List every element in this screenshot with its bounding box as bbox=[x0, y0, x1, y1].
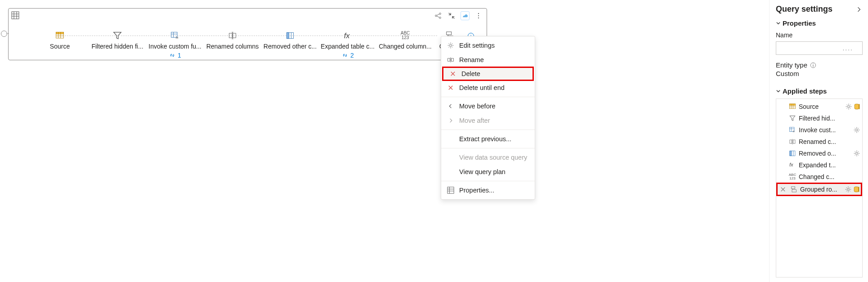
step-type-icon bbox=[789, 185, 798, 194]
ctx-label: Delete bbox=[461, 70, 480, 77]
step-source[interactable]: Source bbox=[31, 30, 89, 50]
share-icon[interactable] bbox=[434, 11, 443, 20]
close-icon bbox=[449, 71, 457, 77]
datasource-icon bbox=[54, 30, 65, 41]
properties-section-header[interactable]: Properties bbox=[776, 19, 863, 27]
ctx-move-before[interactable]: Move before bbox=[441, 99, 535, 113]
step-label: Invoke custom fu... bbox=[148, 43, 201, 50]
ctx-label: Move after bbox=[459, 117, 490, 124]
svg-rect-73 bbox=[792, 190, 796, 192]
svg-rect-0 bbox=[12, 12, 19, 19]
step-link[interactable]: 1 bbox=[169, 52, 181, 59]
diagram-start-node bbox=[1, 31, 7, 37]
svg-rect-50 bbox=[789, 104, 795, 105]
step-type-icon bbox=[788, 114, 797, 123]
ctx-properties[interactable]: Properties... bbox=[441, 183, 535, 197]
diagram-toolbar bbox=[434, 11, 483, 20]
applied-step-label: Filtered hid... bbox=[799, 115, 859, 122]
applied-step-label: Changed c... bbox=[799, 173, 859, 180]
applied-step-row[interactable]: Source bbox=[777, 101, 861, 112]
applied-step-label: Renamed c... bbox=[799, 138, 859, 145]
applied-step-label: Removed o... bbox=[799, 150, 851, 157]
ctx-separator bbox=[441, 148, 535, 148]
applied-step-row[interactable]: fxExpanded t... bbox=[777, 159, 861, 171]
ctx-delete[interactable]: Delete bbox=[442, 67, 534, 81]
svg-text:fx: fx bbox=[793, 130, 795, 133]
ctx-view-data-source-query: View data source query bbox=[441, 150, 535, 165]
applied-step-row[interactable]: ABC123Changed c... bbox=[777, 171, 861, 183]
svg-rect-63 bbox=[793, 140, 795, 143]
delete-step-icon[interactable] bbox=[779, 185, 787, 194]
svg-line-9 bbox=[437, 16, 439, 18]
step-link[interactable]: 2 bbox=[341, 52, 354, 59]
svg-point-61 bbox=[856, 129, 858, 131]
step-expanded[interactable]: fx Expanded table c... 2 bbox=[319, 30, 376, 59]
applied-step-row[interactable]: Removed o... bbox=[777, 148, 861, 159]
svg-rect-42 bbox=[447, 187, 454, 193]
ctx-delete-until-end[interactable]: Delete until end bbox=[441, 81, 535, 95]
ctx-label: Edit settings bbox=[459, 42, 495, 49]
svg-point-10 bbox=[478, 13, 479, 14]
ctx-edit-settings[interactable]: Edit settings bbox=[441, 38, 535, 53]
gear-icon[interactable] bbox=[845, 186, 852, 193]
step-renamed[interactable]: Renamed columns bbox=[204, 30, 261, 50]
applied-step-row[interactable]: fxInvoke cust... bbox=[777, 124, 861, 136]
ctx-rename[interactable]: Rename bbox=[441, 53, 535, 67]
collapse-icon[interactable] bbox=[447, 11, 456, 20]
step-type-icon bbox=[788, 137, 797, 146]
entity-type-value: Custom bbox=[776, 70, 863, 77]
datasource-icon[interactable] bbox=[853, 103, 860, 110]
chevron-down-icon bbox=[776, 89, 781, 94]
svg-point-12 bbox=[478, 18, 479, 18]
svg-rect-62 bbox=[790, 140, 792, 143]
step-label: Expanded table c... bbox=[321, 43, 375, 50]
svg-rect-36 bbox=[452, 58, 454, 61]
section-title: Properties bbox=[783, 19, 816, 27]
ctx-label: Extract previous... bbox=[459, 135, 511, 143]
svg-text:fx: fx bbox=[789, 162, 793, 167]
ctx-extract-previous[interactable]: Extract previous... bbox=[441, 132, 535, 146]
section-title: Applied steps bbox=[783, 87, 827, 95]
step-label: Changed column... bbox=[379, 43, 432, 50]
svg-text:fx: fx bbox=[176, 36, 179, 40]
applied-step-row[interactable]: Renamed c... bbox=[777, 136, 861, 148]
ctx-label: Rename bbox=[459, 56, 484, 63]
rename-icon bbox=[447, 56, 455, 63]
info-icon[interactable] bbox=[810, 62, 816, 68]
applied-step-row[interactable]: Grouped ro... bbox=[776, 183, 862, 196]
svg-rect-35 bbox=[448, 58, 450, 61]
ctx-move-after: Move after bbox=[441, 113, 535, 128]
ctx-label: Properties... bbox=[459, 187, 494, 194]
svg-text:fx: fx bbox=[344, 31, 350, 40]
applied-step-row[interactable]: Filtered hid... bbox=[777, 112, 861, 124]
svg-line-8 bbox=[437, 14, 439, 15]
applied-steps-header[interactable]: Applied steps bbox=[776, 87, 863, 95]
collapse-panel-button[interactable] bbox=[855, 6, 863, 13]
ctx-separator bbox=[441, 97, 535, 97]
svg-point-54 bbox=[848, 106, 850, 108]
step-label: Source bbox=[50, 43, 70, 50]
gear-icon[interactable] bbox=[845, 103, 852, 110]
gear-icon[interactable] bbox=[853, 150, 860, 157]
entity-type-label: Entity type bbox=[776, 61, 807, 69]
datasource-icon[interactable] bbox=[853, 186, 860, 193]
step-link-count: 1 bbox=[178, 52, 181, 59]
columns-icon bbox=[285, 30, 295, 41]
step-filtered[interactable]: Filtered hidden fi... bbox=[89, 30, 146, 50]
app-icon[interactable] bbox=[461, 11, 470, 20]
chevron-right-icon bbox=[447, 117, 455, 124]
step-invoke[interactable]: fx Invoke custom fu... 1 bbox=[146, 30, 204, 59]
step-changed[interactable]: ABC123 Changed column... bbox=[376, 30, 434, 50]
ctx-separator bbox=[441, 130, 535, 130]
svg-point-5 bbox=[435, 15, 437, 17]
svg-rect-28 bbox=[287, 32, 289, 38]
more-icon[interactable] bbox=[474, 11, 483, 20]
step-row: Source Filtered hidden fi... fx Invoke c… bbox=[31, 30, 482, 57]
svg-rect-66 bbox=[790, 151, 792, 156]
name-input[interactable] bbox=[776, 41, 863, 55]
ctx-view-query-plan[interactable]: View query plan bbox=[441, 165, 535, 179]
step-context-menu: Edit settings Rename Delete Delete until… bbox=[441, 36, 535, 200]
gear-icon[interactable] bbox=[853, 126, 860, 134]
step-removed[interactable]: Removed other c... bbox=[261, 30, 319, 50]
step-link-count: 2 bbox=[350, 52, 354, 59]
